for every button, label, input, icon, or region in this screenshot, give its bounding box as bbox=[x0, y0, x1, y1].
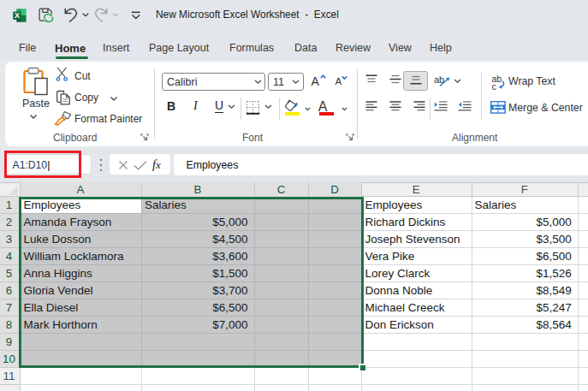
svg-text:c: c bbox=[492, 80, 496, 91]
svg-text:X: X bbox=[15, 11, 20, 20]
